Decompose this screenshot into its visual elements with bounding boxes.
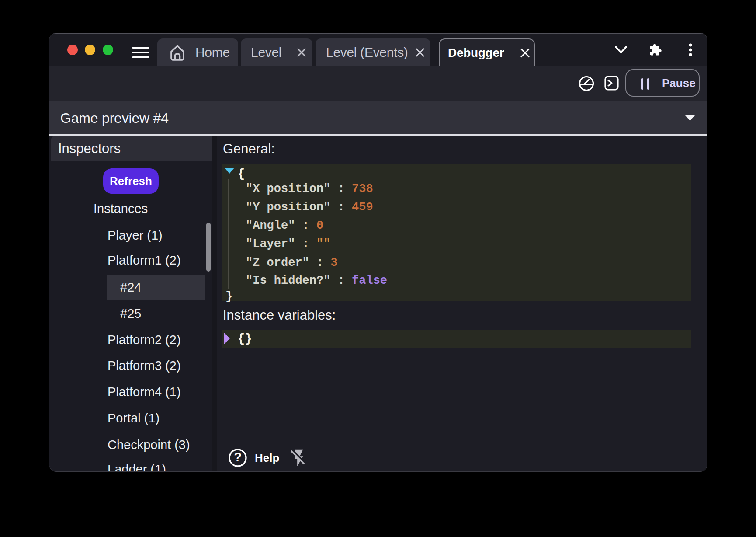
svg-text:?: ? — [234, 450, 242, 464]
